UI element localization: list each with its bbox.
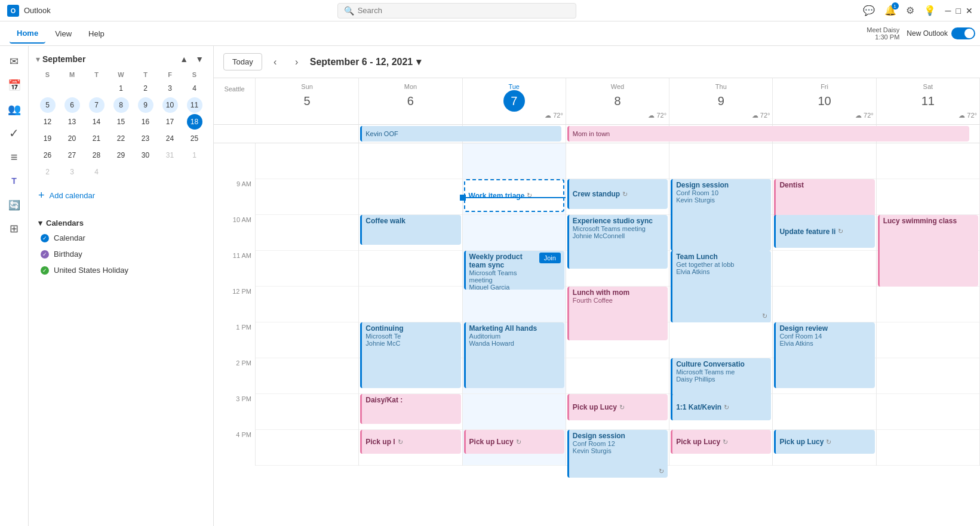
slot[interactable] bbox=[877, 143, 979, 179]
slot[interactable] bbox=[877, 430, 979, 466]
event-design-review[interactable]: Design review Conf Room 14 Elvia Atkins bbox=[774, 322, 874, 388]
header-thu[interactable]: Thu 9 ☁ 72° bbox=[669, 78, 773, 124]
slot[interactable] bbox=[256, 322, 358, 358]
calendar-item-calendar[interactable]: ✓ Calendar bbox=[36, 230, 206, 246]
cal-day-25[interactable]: 25 bbox=[187, 131, 202, 146]
event-pickup-lucy-fri[interactable]: Pick up Lucy ↻ bbox=[774, 430, 874, 454]
header-mon[interactable]: Mon 6 bbox=[359, 78, 462, 124]
cal-day-27[interactable]: 27 bbox=[64, 147, 80, 163]
event-pickup-lucy-thu[interactable]: Pick up Lucy ↻ bbox=[671, 430, 771, 454]
event-design-session-wed[interactable]: Design session Conf Room 12 Kevin Sturgi… bbox=[567, 430, 668, 478]
tab-view[interactable]: View bbox=[48, 24, 79, 43]
slot[interactable] bbox=[256, 287, 358, 322]
cal-day-17[interactable]: 17 bbox=[162, 114, 178, 130]
nav-apps[interactable]: ⊞ bbox=[4, 218, 25, 239]
search-input[interactable] bbox=[358, 6, 570, 15]
cal-day-12[interactable]: 12 bbox=[40, 114, 56, 130]
event-lucy-swimming[interactable]: Lucy swimming class bbox=[878, 215, 978, 287]
event-daisy-kat[interactable]: Daisy/Kat : bbox=[360, 394, 460, 424]
cal-day-21[interactable]: 21 bbox=[89, 131, 105, 146]
slot[interactable] bbox=[463, 394, 566, 430]
cal-day-31[interactable]: 31 bbox=[162, 147, 178, 163]
nav-calendar[interactable]: 📅 bbox=[4, 75, 25, 96]
nav-tasks[interactable]: ✓ bbox=[4, 122, 25, 144]
nav-loop[interactable]: 🔄 bbox=[4, 194, 25, 216]
settings-icon[interactable]: ⚙ bbox=[906, 5, 914, 16]
header-sun[interactable]: Sun 5 bbox=[256, 78, 359, 124]
slot[interactable] bbox=[463, 215, 566, 251]
cal-day-19[interactable]: 19 bbox=[40, 131, 56, 146]
slot[interactable] bbox=[566, 358, 669, 394]
slot[interactable] bbox=[773, 143, 875, 179]
help-icon[interactable]: 💡 bbox=[924, 5, 936, 16]
cal-day-13[interactable]: 13 bbox=[64, 114, 80, 130]
header-fri[interactable]: Fri 10 ☁ 72° bbox=[773, 78, 876, 124]
slot[interactable] bbox=[359, 287, 462, 322]
cal-day-30[interactable]: 30 bbox=[138, 147, 153, 163]
slot[interactable] bbox=[256, 358, 358, 394]
cal-day-10[interactable]: 10 bbox=[162, 97, 178, 113]
cal-day-11[interactable]: 11 bbox=[187, 97, 202, 113]
slot[interactable] bbox=[359, 179, 462, 215]
cal-day-3-oct[interactable]: 3 bbox=[64, 164, 80, 180]
prev-month-button[interactable]: ▲ bbox=[177, 53, 191, 65]
slot[interactable] bbox=[877, 358, 979, 394]
slot[interactable] bbox=[256, 394, 358, 430]
cal-day-29[interactable]: 29 bbox=[113, 147, 129, 163]
cal-day-4-oct[interactable]: 4 bbox=[89, 164, 105, 180]
cal-day-2-oct[interactable]: 2 bbox=[40, 164, 56, 180]
slot[interactable] bbox=[773, 394, 875, 430]
notification-icon[interactable]: 🔔 1 bbox=[884, 5, 896, 16]
cal-day[interactable]: 2 bbox=[138, 81, 153, 96]
event-lunch-mom[interactable]: Lunch with mom Fourth Coffee bbox=[567, 287, 668, 340]
event-pickup-lucy-mon[interactable]: Pick up l ↻ bbox=[360, 430, 460, 454]
cal-day-22[interactable]: 22 bbox=[113, 131, 129, 146]
event-weekly-product[interactable]: Weekly product team sync Microsoft Teams… bbox=[464, 251, 564, 290]
cal-day-9[interactable]: 9 bbox=[138, 97, 153, 113]
nav-mail[interactable]: ✉ bbox=[4, 51, 25, 72]
slot[interactable] bbox=[773, 251, 875, 287]
cal-range[interactable]: September 6 - 12, 2021 ▾ bbox=[310, 56, 422, 67]
cal-day[interactable] bbox=[89, 81, 105, 96]
nav-lists[interactable]: ≡ bbox=[4, 146, 25, 168]
cal-day-14[interactable]: 14 bbox=[89, 114, 105, 130]
cal-day-1-oct[interactable]: 1 bbox=[187, 147, 202, 163]
nav-teams[interactable]: T bbox=[4, 170, 25, 192]
slot[interactable] bbox=[877, 287, 979, 322]
cal-day-8[interactable]: 8 bbox=[113, 97, 129, 113]
new-outlook-switch[interactable] bbox=[951, 27, 975, 39]
slot[interactable] bbox=[359, 251, 462, 287]
slot[interactable] bbox=[463, 287, 566, 322]
join-button[interactable]: Join bbox=[539, 253, 561, 263]
slot[interactable] bbox=[256, 251, 358, 287]
event-update-feature[interactable]: Update feature li ↻ bbox=[774, 215, 874, 248]
slot[interactable] bbox=[359, 143, 462, 179]
cal-day[interactable] bbox=[40, 81, 56, 96]
prev-week-button[interactable]: ‹ bbox=[267, 54, 284, 70]
chat-icon[interactable]: 💬 bbox=[863, 5, 875, 16]
cal-day-18-today[interactable]: 18 bbox=[187, 114, 202, 130]
event-marketing-allhands[interactable]: Marketing All hands Auditorium Wanda How… bbox=[464, 322, 564, 388]
nav-people[interactable]: 👥 bbox=[4, 99, 25, 120]
slot[interactable] bbox=[669, 322, 772, 358]
cal-day-15[interactable]: 15 bbox=[113, 114, 129, 130]
cal-day[interactable] bbox=[64, 81, 80, 96]
event-coffee-walk[interactable]: Coffee walk bbox=[360, 215, 460, 245]
slot[interactable] bbox=[773, 287, 875, 322]
cal-day[interactable]: 4 bbox=[187, 81, 202, 96]
cal-day-6[interactable]: 6 bbox=[64, 97, 80, 113]
event-pickup-lucy-wed[interactable]: Pick up Lucy ↻ bbox=[567, 394, 668, 420]
tab-help[interactable]: Help bbox=[81, 24, 112, 43]
cal-day[interactable]: 3 bbox=[162, 81, 178, 96]
search-bar[interactable]: 🔍 bbox=[337, 3, 576, 19]
event-team-lunch[interactable]: Team Lunch Get together at lobb Elvia At… bbox=[671, 251, 771, 322]
calendars-header[interactable]: ▾ Calendars bbox=[36, 216, 206, 230]
cal-day-20[interactable]: 20 bbox=[64, 131, 80, 146]
event-design-session-thu[interactable]: Design session Conf Room 10 Kevin Sturgi… bbox=[671, 179, 771, 251]
event-kevin-oof[interactable]: Kevin OOF bbox=[360, 126, 561, 142]
slot[interactable] bbox=[256, 430, 358, 466]
slot[interactable] bbox=[566, 143, 669, 179]
slot[interactable] bbox=[669, 143, 772, 179]
cal-day-24[interactable]: 24 bbox=[162, 131, 178, 146]
minimize-button[interactable]: ─ bbox=[945, 6, 951, 16]
